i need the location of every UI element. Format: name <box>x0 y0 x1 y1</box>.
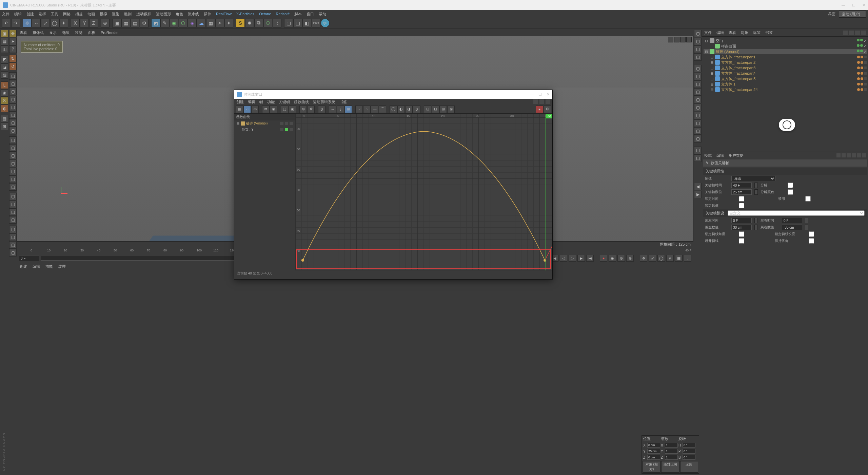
tlt-tan2[interactable]: ⟍ <box>363 106 371 113</box>
mute-check[interactable] <box>798 196 818 202</box>
menu-help[interactable]: 帮助 <box>319 12 326 17</box>
goto-end[interactable]: ⏭ <box>586 255 594 262</box>
time-start-field[interactable] <box>19 255 39 261</box>
tlm-func[interactable]: 功能 <box>267 99 275 104</box>
timeline-tree[interactable]: 函数曲线 ⊟破碎 (Voronoi) 位置 . Y <box>234 114 295 270</box>
attr-menu-icon[interactable] <box>862 153 866 157</box>
key-opts[interactable]: ⋮ <box>684 255 691 262</box>
mb-func[interactable]: 功能 <box>45 264 53 269</box>
pal-21[interactable]: ▢ <box>9 233 17 241</box>
pal-5[interactable]: ▢ <box>9 103 17 111</box>
render-pv[interactable]: ▤ <box>131 19 139 27</box>
scl-z[interactable] <box>665 455 678 460</box>
tlt-t2[interactable]: ✥ <box>307 106 315 113</box>
tlm-bookmark[interactable]: 书签 <box>339 99 347 104</box>
tlt-rec[interactable]: ● <box>536 106 543 113</box>
rv-field[interactable] <box>782 225 802 230</box>
pal-9[interactable]: ▢ <box>9 136 17 144</box>
tlt-tan4[interactable]: ⌒ <box>379 106 386 113</box>
scale-tool[interactable]: ⤢ <box>41 19 50 27</box>
key-rot[interactable]: ◯ <box>657 255 665 262</box>
coord-absolute[interactable]: 绝对比例 <box>661 461 679 473</box>
pal-10[interactable]: ▢ <box>9 144 17 152</box>
tl-maximize[interactable]: ☐ <box>538 92 542 97</box>
live-select[interactable]: ✥ <box>9 30 17 37</box>
coord-relative[interactable]: 对象 (相对) <box>643 461 660 473</box>
lock-toggle[interactable]: ⊞ <box>1 123 8 130</box>
render-region[interactable]: ▦ <box>121 19 130 27</box>
mb-create[interactable]: 创建 <box>20 264 27 269</box>
tlt-auto[interactable]: ◉ <box>270 106 277 113</box>
rp-view[interactable]: 查看 <box>729 30 736 35</box>
tlt-t1[interactable]: ⊕ <box>299 106 307 113</box>
rb-10[interactable]: ▢ <box>694 104 702 111</box>
pal-18[interactable]: ▢ <box>9 208 17 216</box>
tlt-c3[interactable]: ◑ <box>405 106 413 113</box>
generator-tool[interactable]: ⬡ <box>179 19 188 27</box>
rp-file[interactable]: 文件 <box>704 30 712 35</box>
rp-eye-icon[interactable] <box>855 31 860 35</box>
menu-simulate[interactable]: 模拟 <box>100 12 107 17</box>
render-view[interactable]: ▣ <box>112 19 121 27</box>
tlt-framesel[interactable]: ▢ <box>281 106 288 113</box>
tlm-create[interactable]: 创建 <box>236 99 244 104</box>
select-tool[interactable]: ✥ <box>23 19 32 27</box>
menu-sculpt[interactable]: 雕刻 <box>124 12 132 17</box>
tl-search-icon[interactable] <box>533 99 538 104</box>
attr-prev-icon[interactable] <box>836 153 841 157</box>
cube-primitive[interactable]: ◩ <box>151 19 160 27</box>
rb-15[interactable]: ▢ <box>694 147 702 154</box>
tl-menu-icon[interactable] <box>546 99 550 104</box>
vp-nav-1[interactable] <box>668 37 673 42</box>
vp-filter[interactable]: 过滤 <box>75 30 82 35</box>
mb-tex[interactable]: 纹理 <box>58 264 66 269</box>
vp-camera[interactable]: 摄像机 <box>33 30 44 35</box>
attr-userdata[interactable]: 用户数据 <box>729 153 744 158</box>
break-check[interactable] <box>780 183 801 188</box>
environment-tool[interactable]: ☁ <box>197 19 206 27</box>
ll-check[interactable] <box>801 231 822 237</box>
object-row[interactable]: ⊞立方体.1 <box>704 81 867 87</box>
menu-redshift[interactable]: Redshift <box>276 12 290 16</box>
scl-y[interactable] <box>665 449 678 454</box>
rb-8[interactable]: ▢ <box>694 88 702 96</box>
move-tool[interactable]: ↔ <box>32 19 41 27</box>
rb-6[interactable]: ▢ <box>694 73 702 80</box>
object-manager[interactable]: ⊟空白✓ 样条曲面✓ ⊟破碎 (Voronoi)✓ ⊞立方体_fracturep… <box>702 37 868 152</box>
rb-13[interactable]: ▢ <box>694 127 702 135</box>
menu-snap[interactable]: 捕捉 <box>75 12 83 17</box>
attr-edit[interactable]: 编辑 <box>716 153 724 158</box>
step-fwd[interactable]: ▶ <box>577 255 585 262</box>
rotate-free[interactable]: ↺ <box>9 63 17 70</box>
tlt-b3[interactable]: ⊞ <box>439 106 447 113</box>
lv-field[interactable] <box>731 225 752 230</box>
tool-gear[interactable]: ✹ <box>245 19 254 27</box>
menu-window[interactable]: 窗口 <box>307 12 314 17</box>
pal-3[interactable]: ▢ <box>9 88 17 95</box>
coord-system[interactable]: ⊕ <box>101 19 110 27</box>
close-button[interactable]: ✕ <box>862 3 865 7</box>
rt-field[interactable] <box>782 218 802 223</box>
tl-close[interactable]: ✕ <box>547 92 550 97</box>
scl-x[interactable] <box>665 443 678 448</box>
pal-17[interactable]: ▢ <box>9 201 17 208</box>
tlm-edit[interactable]: 编辑 <box>248 99 255 104</box>
tlm-fcurve[interactable]: 函数曲线 <box>294 99 309 104</box>
tlt-b1[interactable]: ⊡ <box>424 106 431 113</box>
object-row[interactable]: ⊞立方体_fracturepart24 <box>704 87 867 92</box>
pal-1[interactable]: ▢ <box>9 72 17 80</box>
menu-file[interactable]: 文件 <box>2 12 9 17</box>
rb-11[interactable]: ▢ <box>694 112 702 119</box>
pal-20[interactable]: ▢ <box>9 226 17 233</box>
viewport-solo[interactable]: ◉ <box>1 89 8 97</box>
tool-qr[interactable]: QR <box>321 19 330 27</box>
attr-up-icon[interactable] <box>842 153 846 157</box>
rb-3[interactable]: ▢ <box>694 45 702 53</box>
rb-5[interactable]: ▢ <box>694 65 702 72</box>
lockt-check[interactable] <box>731 196 752 202</box>
quantize[interactable]: ◐ <box>1 105 8 112</box>
vp-nav-4[interactable] <box>686 37 692 42</box>
attr-mode[interactable]: 模式 <box>704 153 712 158</box>
deformer-tool[interactable]: ◈ <box>188 19 197 27</box>
pal-8[interactable]: ▢ <box>9 127 17 134</box>
